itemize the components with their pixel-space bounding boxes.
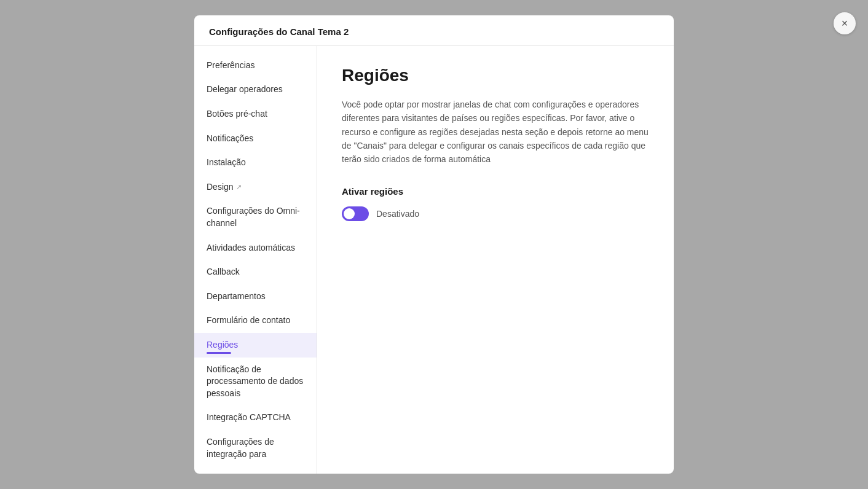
sidebar-item-design[interactable]: Design ↗ (194, 175, 317, 200)
external-link-icon: ↗ (236, 182, 242, 192)
sidebar-item-label: Design (207, 181, 234, 194)
settings-modal: Configurações do Canal Tema 2 Preferênci… (194, 15, 674, 474)
sidebar-item-label: Delegar operadores (207, 84, 283, 96)
sidebar-item-notificacao-processamento[interactable]: Notificação de processamento de dados pe… (194, 358, 317, 406)
modal-title: Configurações do Canal Tema 2 (209, 26, 349, 37)
sidebar-item-regioes[interactable]: Regiões (194, 333, 317, 358)
sidebar-item-formulario-contato[interactable]: Formulário de contato (194, 308, 317, 333)
sidebar-nav: PreferênciasDelegar operadoresBotões pré… (194, 46, 317, 474)
section-label: Ativar regiões (342, 186, 649, 197)
sidebar-item-atividades-automaticas[interactable]: Atividades automáticas (194, 236, 317, 260)
sidebar-item-label: Instalação (207, 157, 246, 169)
sidebar-item-label: Botões pré-chat (207, 108, 267, 120)
sidebar-item-label: Atividades automáticas (207, 242, 295, 254)
toggle-status-label: Desativado (376, 209, 419, 219)
sidebar-item-label: Notificação de processamento de dados pe… (207, 364, 304, 400)
sidebar-item-label: Configurações de integração para (207, 436, 304, 460)
sidebar-item-label: Formulário de contato (207, 315, 290, 327)
activate-regions-section: Ativar regiões Desativado (342, 186, 649, 221)
sidebar-item-label: Callback (207, 266, 240, 278)
sidebar-item-label: Configurações do Omni-channel (207, 205, 304, 229)
page-title: Regiões (342, 66, 649, 85)
sidebar-item-departamentos[interactable]: Departamentos (194, 284, 317, 309)
sidebar-item-notificacoes[interactable]: Notificações (194, 127, 317, 151)
sidebar-item-delegar-operadores[interactable]: Delegar operadores (194, 77, 317, 102)
modal-overlay: × Configurações do Canal Tema 2 Preferên… (0, 0, 868, 489)
sidebar-item-instalacao[interactable]: Instalação (194, 151, 317, 175)
regions-toggle[interactable] (342, 206, 369, 221)
sidebar-item-configuracoes-integracao[interactable]: Configurações de integração para (194, 430, 317, 466)
sidebar-item-label: Integração CAPTCHA (207, 412, 291, 424)
sidebar-item-callback[interactable]: Callback (194, 260, 317, 284)
sidebar-item-label: Preferências (207, 60, 255, 72)
sidebar-item-label: Notificações (207, 133, 253, 145)
sidebar-item-label: Regiões (207, 339, 238, 351)
main-content: Regiões Você pode optar por mostrar jane… (317, 46, 674, 474)
content-description: Você pode optar por mostrar janelas de c… (342, 98, 649, 166)
sidebar-item-configuracoes-omni[interactable]: Configurações do Omni-channel (194, 199, 317, 235)
sidebar-item-preferencias[interactable]: Preferências (194, 53, 317, 78)
close-icon: × (842, 17, 848, 30)
modal-body: PreferênciasDelegar operadoresBotões pré… (194, 46, 674, 474)
sidebar-item-botoes-pre-chat[interactable]: Botões pré-chat (194, 102, 317, 127)
sidebar-item-label: Departamentos (207, 291, 266, 303)
sidebar-item-integracao-captcha[interactable]: Integração CAPTCHA (194, 405, 317, 430)
modal-header: Configurações do Canal Tema 2 (194, 15, 674, 46)
toggle-slider (342, 206, 369, 221)
page-close-button[interactable]: × (834, 12, 856, 34)
toggle-row: Desativado (342, 206, 649, 221)
